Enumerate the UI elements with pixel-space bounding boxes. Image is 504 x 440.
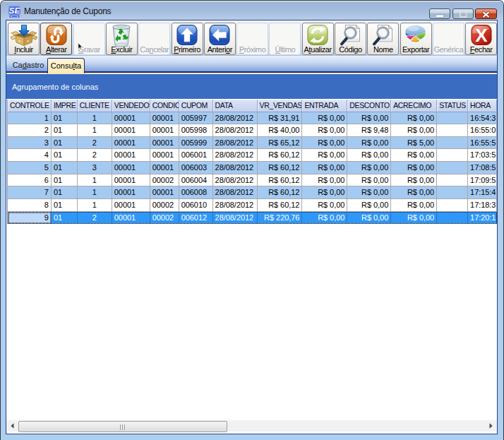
svg-text:X: X [475,25,488,46]
svg-text:SE: SE [9,6,20,15]
